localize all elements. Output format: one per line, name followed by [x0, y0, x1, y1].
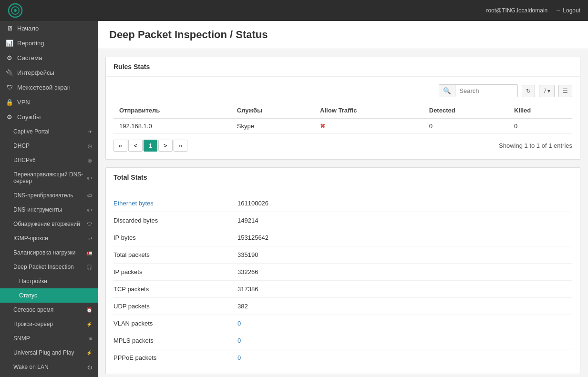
- value-vlan-packets: 0: [237, 320, 241, 327]
- home-icon: 🖥: [6, 25, 13, 32]
- sidebar-item-dpi-status[interactable]: Статус: [0, 288, 98, 303]
- svg-point-2: [14, 9, 17, 12]
- captive-portal-icon: ✈: [88, 129, 92, 134]
- sidebar-label-loadbalance: Балансировка нагрузки: [13, 249, 75, 256]
- total-stats-card: Total Stats Ethernet bytes 161100026 Dis…: [105, 167, 580, 374]
- value-ip-packets: 332266: [237, 268, 258, 275]
- columns-button[interactable]: ☰: [558, 85, 572, 97]
- sidebar-label-dpi: Deep Packet Inspection: [13, 264, 74, 270]
- sidebar-item-vpn[interactable]: 🔒 VPN: [0, 95, 98, 110]
- sidebar-item-upnp[interactable]: Universal Plug and Play ⚡: [0, 346, 98, 360]
- cell-allow: ✖: [314, 118, 423, 134]
- sidebar-item-dhcpv6[interactable]: DHCPv6 ◎: [0, 153, 98, 167]
- sidebar-label-proxy: Прокси-сервер: [13, 321, 53, 327]
- chevron-down-icon: ▾: [547, 88, 550, 94]
- ids-icon: 🛡: [87, 222, 92, 227]
- value-ip-bytes: 153125642: [237, 234, 268, 241]
- services-icon: ⚙: [6, 113, 13, 121]
- dpi-icon: 🎧: [86, 265, 92, 270]
- stats-row-mpls-packets: MPLS packets 0: [113, 332, 572, 349]
- sidebar-label-reporting: Reporting: [17, 40, 44, 47]
- value-total-packets: 335190: [237, 251, 258, 258]
- search-button[interactable]: 🔍: [439, 85, 455, 97]
- page-next-button[interactable]: >: [158, 140, 173, 152]
- refresh-button[interactable]: ↻: [522, 85, 535, 97]
- page-first-button[interactable]: «: [113, 140, 127, 152]
- rules-stats-header: Rules Stats: [106, 57, 580, 77]
- search-input[interactable]: [455, 85, 517, 97]
- table-toolbar: 🔍 ↻ 7 ▾ ☰: [113, 84, 572, 97]
- main-content: Deep Packet Inspection / Status Rules St…: [98, 21, 588, 377]
- sidebar-item-wol[interactable]: Wake on LAN ⏻: [0, 360, 98, 374]
- sidebar-label-igmp: IGMP-прокси: [13, 235, 48, 242]
- sidebar-item-ntp[interactable]: Сетевое время ⏰: [0, 303, 98, 317]
- page-title: Deep Packet Inspection / Status: [109, 29, 577, 41]
- rules-stats-body: 🔍 ↻ 7 ▾ ☰: [106, 77, 580, 159]
- pagination: « < 1 > » Showing 1 to 1 of 1 entries: [113, 140, 572, 152]
- sidebar-item-firewall[interactable]: 🛡 Межсетевой экран: [0, 80, 98, 95]
- cell-sender: 192.168.1.0: [113, 118, 231, 134]
- sidebar-item-igmp[interactable]: IGMP-прокси ⇄: [0, 231, 98, 245]
- rules-table: Отправитель Службы Allow Traffic Detecte…: [113, 103, 572, 134]
- sidebar-item-dpi-settings[interactable]: Настройки: [0, 274, 98, 288]
- sidebar-item-dns-forwarder[interactable]: Перенаправляющий DNS-сервер 🏷: [0, 167, 98, 188]
- loadbalance-icon: 🚛: [86, 250, 92, 255]
- sidebar-label-home: Начало: [17, 25, 39, 32]
- columns-icon: ☰: [563, 88, 568, 94]
- upnp-icon: ⚡: [86, 350, 92, 356]
- ntp-icon: ⏰: [86, 307, 92, 313]
- page-content: Rules Stats 🔍 ↻: [98, 49, 588, 377]
- sidebar-label-firewall: Межсетевой экран: [17, 84, 71, 91]
- sidebar-label-interfaces: Интерфейсы: [17, 69, 54, 76]
- sidebar-label-dhcp: DHCP: [13, 143, 30, 149]
- sidebar-item-interfaces[interactable]: 🔌 Интерфейсы: [0, 65, 98, 80]
- sidebar-item-reporting[interactable]: 📊 Reporting: [0, 36, 98, 51]
- wol-icon: ⏻: [87, 365, 92, 370]
- page-buttons: « < 1 > »: [113, 140, 187, 152]
- cell-service: Skype: [231, 118, 314, 134]
- sidebar-item-dns-tools[interactable]: DNS-инструменты 🏷: [0, 203, 98, 217]
- logout-button[interactable]: → Logout: [555, 7, 580, 14]
- label-discarded-bytes: Discarded bytes: [113, 217, 237, 224]
- per-page-button[interactable]: 7 ▾: [539, 85, 555, 97]
- topbar: root@TING.localdomain → Logout: [0, 0, 588, 21]
- dns-forwarder-icon: 🏷: [87, 175, 92, 181]
- col-services: Службы: [231, 103, 314, 118]
- search-icon: 🔍: [443, 87, 451, 94]
- dns-resolver-icon: 🏷: [87, 193, 92, 198]
- page-last-button[interactable]: »: [174, 140, 187, 152]
- snmp-icon: ≡: [89, 336, 92, 341]
- sidebar-item-diagnostics[interactable]: Диагностика 📷: [0, 374, 98, 377]
- label-mpls-packets: MPLS packets: [113, 337, 237, 344]
- sidebar-item-snmp[interactable]: SNMP ≡: [0, 331, 98, 346]
- stats-row-discarded-bytes: Discarded bytes 149214: [113, 212, 572, 229]
- stats-row-pppoe-packets: PPPoE packets 0: [113, 349, 572, 366]
- sidebar-item-ids[interactable]: Обнаружение вторжений 🛡: [0, 217, 98, 231]
- sidebar-item-dhcp[interactable]: DHCP ◎: [0, 139, 98, 153]
- sidebar: 🖥 Начало 📊 Reporting ⚙ Система 🔌 Интерфе…: [0, 21, 98, 377]
- sidebar-item-system[interactable]: ⚙ Система: [0, 51, 98, 65]
- page-header: Deep Packet Inspection / Status: [98, 21, 588, 49]
- interfaces-icon: 🔌: [6, 69, 13, 76]
- logout-label: Logout: [563, 7, 580, 14]
- stats-row-tcp-packets: TCP packets 317386: [113, 281, 572, 298]
- sidebar-item-captive-portal[interactable]: Captive Portal ✈: [0, 124, 98, 139]
- stats-row-ip-packets: IP packets 332266: [113, 264, 572, 281]
- sidebar-label-dpi-status: Статус: [19, 292, 37, 299]
- label-vlan-packets: VLAN packets: [113, 320, 237, 327]
- sidebar-label-captive-portal: Captive Portal: [13, 128, 49, 135]
- sidebar-item-proxy[interactable]: Прокси-сервер ⚡: [0, 317, 98, 331]
- sidebar-item-home[interactable]: 🖥 Начало: [0, 21, 98, 36]
- total-stats-body: Ethernet bytes 161100026 Discarded bytes…: [106, 187, 580, 374]
- sidebar-item-dpi[interactable]: Deep Packet Inspection 🎧: [0, 260, 98, 274]
- sidebar-item-services[interactable]: ⚙ Службы: [0, 110, 98, 124]
- stats-row-udp-packets: UDP packets 382: [113, 298, 572, 315]
- sidebar-item-dns-resolver[interactable]: DNS-преобразователь 🏷: [0, 188, 98, 203]
- total-stats-header: Total Stats: [106, 168, 580, 187]
- sidebar-item-loadbalance[interactable]: Балансировка нагрузки 🚛: [0, 245, 98, 260]
- value-mpls-packets: 0: [237, 337, 241, 344]
- label-ethernet-bytes: Ethernet bytes: [113, 200, 237, 207]
- page-1-button[interactable]: 1: [144, 140, 157, 152]
- page-prev-button[interactable]: <: [128, 140, 143, 152]
- dhcpv6-icon: ◎: [88, 158, 92, 163]
